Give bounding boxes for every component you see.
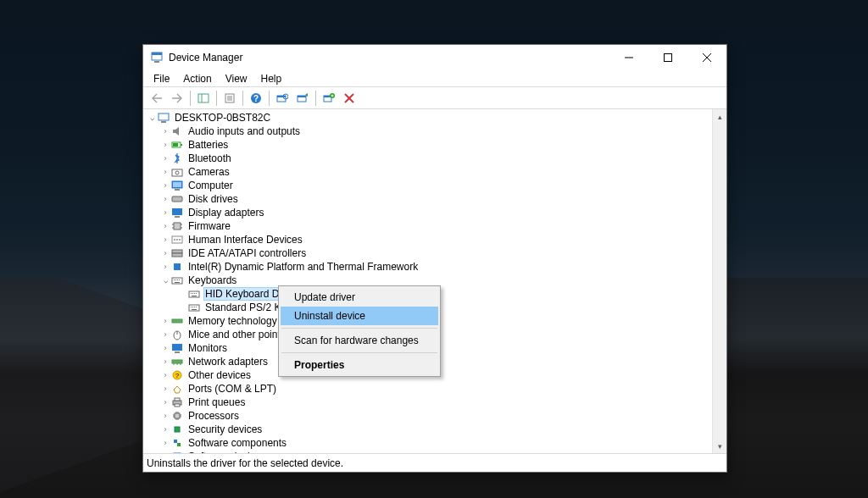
maximize-button[interactable] — [648, 45, 687, 70]
scroll-up-icon[interactable]: ▴ — [713, 109, 726, 124]
scroll-down-icon[interactable]: ▾ — [713, 439, 726, 453]
back-button[interactable] — [147, 89, 167, 108]
svg-rect-27 — [159, 113, 169, 120]
chevron-right-icon[interactable]: › — [160, 263, 170, 271]
scan-hardware-button[interactable] — [272, 89, 292, 108]
ctx-separator — [281, 328, 437, 329]
ports-icon — [170, 382, 184, 396]
tree-item-computer[interactable]: ›Computer — [143, 179, 712, 192]
menubar: File Action View Help — [143, 70, 726, 87]
chevron-right-icon[interactable]: › — [160, 195, 170, 203]
chevron-right-icon[interactable]: › — [160, 412, 170, 420]
content-area: ⌵ DESKTOP-0BST82C ›Audio inputs and outp… — [143, 109, 726, 453]
chevron-right-icon[interactable]: › — [160, 439, 170, 447]
tree-item-firmware[interactable]: ›Firmware — [143, 219, 712, 233]
chevron-right-icon[interactable]: › — [160, 344, 170, 352]
ctx-scan-hardware[interactable]: Scan for hardware changes — [281, 331, 438, 350]
svg-rect-39 — [175, 216, 180, 218]
chevron-right-icon[interactable]: › — [160, 208, 170, 217]
uninstall-button[interactable] — [339, 89, 359, 108]
properties-button[interactable] — [220, 89, 240, 108]
chevron-right-icon[interactable]: › — [160, 357, 170, 366]
chevron-down-icon[interactable]: ⌵ — [160, 276, 170, 285]
svg-rect-82 — [175, 398, 180, 401]
svg-point-33 — [175, 171, 179, 174]
svg-point-48 — [179, 239, 181, 241]
svg-rect-67 — [194, 307, 195, 307]
svg-rect-40 — [174, 223, 181, 230]
bluetooth-icon — [170, 152, 184, 165]
chevron-right-icon[interactable]: › — [160, 168, 170, 176]
svg-rect-74 — [175, 351, 180, 353]
computer-icon — [157, 111, 170, 125]
chevron-right-icon[interactable]: › — [160, 425, 170, 434]
tree-item-audio[interactable]: ›Audio inputs and outputs — [143, 125, 712, 138]
chevron-right-icon[interactable]: › — [160, 127, 170, 136]
menu-help[interactable]: Help — [254, 71, 289, 86]
tree-item-ide[interactable]: ›IDE ATA/ATAPI controllers — [143, 246, 712, 260]
software-components-icon — [170, 436, 184, 450]
chevron-right-icon[interactable]: › — [160, 249, 170, 257]
chevron-right-icon[interactable]: › — [160, 154, 170, 163]
tree-item-batteries[interactable]: ›Batteries — [143, 138, 712, 152]
window-title: Device Manager — [169, 52, 242, 64]
svg-rect-49 — [172, 250, 182, 253]
chevron-right-icon[interactable]: › — [160, 181, 170, 190]
svg-point-46 — [174, 239, 175, 241]
svg-rect-28 — [161, 121, 166, 123]
svg-rect-36 — [175, 189, 180, 191]
chevron-right-icon[interactable]: › — [160, 317, 170, 325]
tree-item-print[interactable]: ›Print queues — [143, 396, 712, 409]
svg-point-47 — [176, 239, 178, 241]
show-hide-tree-button[interactable] — [193, 89, 214, 108]
tree-item-intel[interactable]: ›Intel(R) Dynamic Platform and Thermal F… — [143, 260, 712, 274]
vertical-scrollbar[interactable]: ▴ ▾ — [712, 109, 726, 453]
chevron-right-icon[interactable]: › — [160, 235, 170, 244]
device-tree[interactable]: ⌵ DESKTOP-0BST82C ›Audio inputs and outp… — [143, 109, 712, 453]
minimize-button[interactable] — [609, 45, 648, 70]
chevron-right-icon[interactable]: › — [160, 141, 170, 149]
device-manager-window: Device Manager File Action View Help ? ⌵ — [142, 44, 727, 473]
camera-icon — [170, 165, 184, 179]
menu-file[interactable]: File — [147, 71, 176, 86]
close-button[interactable] — [687, 45, 726, 70]
svg-rect-55 — [177, 279, 178, 280]
tree-root[interactable]: ⌵ DESKTOP-0BST82C — [143, 111, 712, 125]
keyboard-icon — [170, 274, 184, 287]
chevron-right-icon[interactable]: › — [160, 330, 170, 339]
battery-icon — [170, 138, 184, 152]
hid-icon — [170, 233, 184, 246]
tree-item-hid[interactable]: ›Human Interface Devices — [143, 233, 712, 246]
tree-item-bluetooth[interactable]: ›Bluetooth — [143, 152, 712, 165]
ctx-properties[interactable]: Properties — [281, 356, 438, 374]
update-driver-button[interactable] — [292, 89, 313, 108]
chevron-right-icon[interactable]: › — [160, 398, 170, 407]
tree-item-softcomp[interactable]: ›Software components — [143, 436, 712, 450]
monitor-icon — [170, 179, 184, 192]
ctx-update-driver[interactable]: Update driver — [281, 288, 438, 307]
titlebar: Device Manager — [143, 45, 726, 70]
menu-view[interactable]: View — [219, 71, 254, 86]
svg-rect-54 — [175, 279, 176, 280]
tree-item-ports[interactable]: ›Ports (COM & LPT) — [143, 382, 712, 396]
tree-item-display[interactable]: ›Display adapters — [143, 206, 712, 219]
svg-rect-32 — [172, 169, 182, 176]
svg-rect-16 — [277, 96, 286, 97]
chevron-right-icon[interactable]: › — [160, 222, 170, 230]
tree-item-security[interactable]: ›Security devices — [143, 423, 712, 436]
chevron-right-icon[interactable]: › — [160, 371, 170, 379]
svg-rect-31 — [173, 143, 178, 147]
svg-rect-50 — [172, 253, 182, 257]
tree-item-processors[interactable]: ›Processors — [143, 409, 712, 423]
menu-action[interactable]: Action — [176, 71, 218, 86]
svg-rect-35 — [173, 182, 181, 187]
tree-item-disk[interactable]: ›Disk drives — [143, 192, 712, 206]
keyboard-icon — [187, 301, 201, 314]
add-legacy-button[interactable] — [319, 89, 339, 108]
chevron-down-icon[interactable]: ⌵ — [147, 113, 157, 122]
ctx-uninstall-device[interactable]: Uninstall device — [281, 307, 438, 325]
forward-button[interactable] — [167, 89, 187, 108]
chevron-right-icon[interactable]: › — [160, 385, 170, 393]
help-button[interactable]: ? — [246, 89, 266, 108]
tree-item-cameras[interactable]: ›Cameras — [143, 165, 712, 179]
